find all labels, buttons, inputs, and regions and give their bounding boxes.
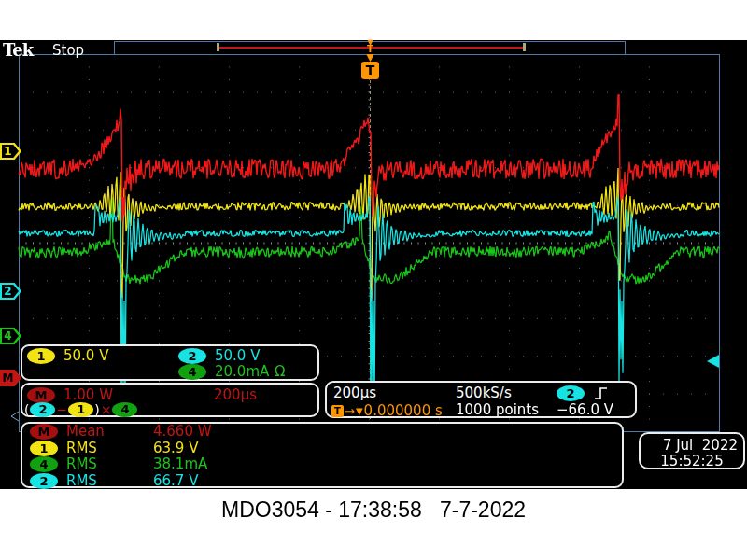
trigger-position-readout: T → ▼ 0.000000 s	[331, 402, 443, 419]
channel4-badge: 4	[30, 456, 58, 472]
math-readout-box[interactable]: M 1.00 W 200µs ( 2 − 1 ) × 4	[21, 383, 319, 417]
channel1-scale: 50.0 V	[63, 348, 108, 364]
channel1-badge: 1	[30, 441, 58, 456]
trigger-source-badge: 2	[557, 385, 585, 401]
expr-ch2-badge: 2	[30, 402, 55, 417]
record-view-right-bracket	[523, 43, 526, 51]
channel4-marker[interactable]: 4	[0, 328, 21, 344]
channel-readout-box[interactable]: 1 50.0 V 2 50.0 V 4 20.0mA Ω	[21, 344, 319, 381]
measurements-box[interactable]: M Mean 4.660 W 1 RMS 63.9 V 4 RMS 38.1mA…	[21, 422, 624, 488]
expr-minus: −	[56, 402, 67, 417]
measurement-value: 38.1mA	[153, 456, 207, 472]
channel1-marker[interactable]: 1	[0, 143, 21, 160]
trigger-position-flag[interactable]: T	[361, 62, 379, 79]
caret-down-icon: ▼	[356, 406, 363, 416]
channel4-scale: 20.0mA	[215, 364, 269, 380]
measurement-value: 63.9 V	[153, 441, 198, 456]
horizontal-trigger-box[interactable]: 200µs 500kS/s 2 T → ▼ 0.000000 s 1000 po…	[325, 381, 637, 418]
channel2-marker[interactable]: 2	[0, 283, 21, 300]
math-time-scale: 200µs	[214, 387, 257, 403]
datetime-box: 7 Jul 2022 15:52:25	[639, 432, 745, 469]
expr-ch4-badge: 4	[112, 402, 137, 417]
channel2-scale: 50.0 V	[215, 348, 260, 364]
expr-ch1-badge: 1	[68, 402, 93, 417]
expr-times: ×	[101, 402, 112, 417]
arrow-right-icon: →	[345, 404, 355, 418]
measurement-row: M Mean 4.660 W	[22, 424, 622, 440]
expr-open-paren: (	[24, 402, 29, 417]
measurement-row: 2 RMS 66.7 V	[22, 473, 622, 489]
measurement-row: 4 RMS 38.1mA	[22, 456, 622, 472]
math-scale: 1.00 W	[63, 387, 113, 403]
measurement-label: Mean	[66, 424, 105, 440]
measurement-value: 66.7 V	[153, 473, 198, 489]
acquisition-status: Stop	[52, 42, 84, 59]
math-expression: ( 2 − 1 ) × 4	[24, 402, 137, 417]
math-marker[interactable]: M	[0, 370, 21, 386]
channel2-badge: 2	[30, 473, 58, 489]
channel1-badge: 1	[27, 348, 55, 364]
channel4-badge: 4	[178, 364, 206, 380]
expr-close-paren: )	[94, 402, 99, 417]
measurement-value: 4.660 W	[153, 424, 212, 440]
screenshot-caption: MDO3054 - 17:38:58 7-7-2022	[0, 495, 747, 525]
time-per-div: 200µs	[333, 385, 376, 401]
channel2-badge: 2	[178, 348, 206, 364]
time-label: 15:52:25	[641, 453, 743, 469]
tek-logo: Tek	[3, 40, 33, 60]
math-badge: M	[30, 424, 58, 440]
measurement-row: 1 RMS 63.9 V	[22, 441, 622, 456]
rising-edge-icon	[594, 385, 608, 401]
trigger-t-badge: T	[331, 405, 344, 417]
measurement-label: RMS	[66, 441, 97, 456]
trigger-position-value: 0.000000 s	[364, 402, 443, 419]
measurement-label: RMS	[66, 456, 97, 472]
sample-rate: 500kS/s	[456, 385, 512, 401]
trigger-level: −66.0 V	[557, 402, 613, 418]
channel4-impedance: Ω	[275, 364, 285, 380]
math-badge: M	[27, 387, 55, 403]
record-length: 1000 points	[456, 402, 539, 418]
measurement-label: RMS	[66, 473, 97, 489]
date-label: 7 Jul 2022	[641, 437, 738, 454]
